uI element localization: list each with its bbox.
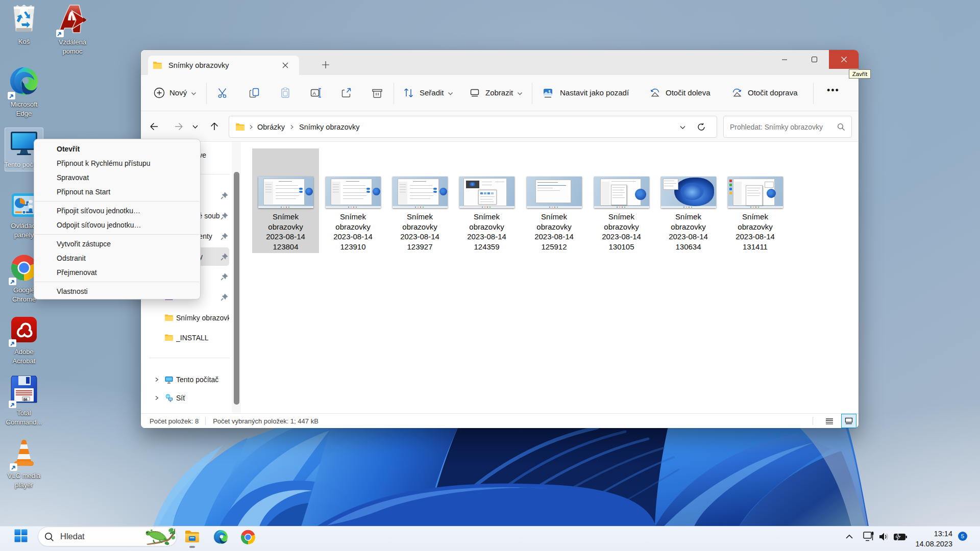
svg-text:64: 64 — [23, 397, 28, 401]
svg-text:A: A — [313, 90, 316, 96]
